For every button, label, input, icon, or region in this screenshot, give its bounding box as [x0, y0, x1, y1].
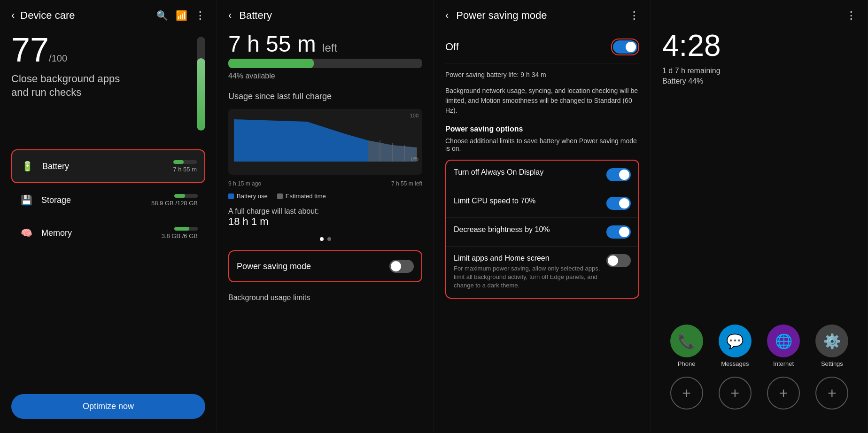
storage-bar-fill	[174, 194, 185, 198]
ps-aod-toggle[interactable]	[606, 168, 631, 181]
power-off-toggle-wrapper[interactable]	[611, 39, 639, 55]
phone-app-icon: 📞	[670, 325, 703, 357]
add-app-4[interactable]: +	[815, 377, 848, 410]
chart-legend: Battery use Estimated time	[228, 193, 422, 200]
score-denom: /100	[49, 53, 67, 63]
chart-x-right: 7 h 55 m left	[391, 180, 422, 187]
device-care-panel: ‹ Device care 🔍 📶 ⋮ 77/100 Close backgro…	[0, 0, 217, 433]
ps-homescreen-toggle[interactable]	[606, 254, 631, 267]
more-icon[interactable]: ⋮	[195, 9, 205, 22]
back-icon[interactable]: ‹	[11, 9, 15, 22]
power-saving-header: ‹ Power saving mode ⋮	[445, 9, 639, 22]
power-saving-panel: ‹ Power saving mode ⋮ Off Power saving b…	[434, 0, 651, 433]
battery-time-display: 7 h 55 m left	[228, 31, 422, 57]
power-saving-toggle[interactable]	[389, 260, 414, 273]
settings-app[interactable]: ⚙️ Settings	[815, 325, 848, 367]
battery-list-icon: 🔋	[20, 159, 35, 174]
optimize-button[interactable]: Optimize now	[11, 394, 205, 419]
memory-list-item[interactable]: 🧠 Memory 3.8 GB /6 GB	[11, 217, 205, 249]
ps-cpu-label: Limit CPU speed to 70%	[454, 197, 601, 205]
chart-svg	[234, 115, 417, 162]
add-app-row: + + + +	[662, 377, 856, 410]
memory-value: 3.8 GB /6 GB	[162, 232, 198, 240]
dot-2	[327, 237, 331, 241]
storage-bar	[174, 194, 198, 198]
add-app-2[interactable]: +	[719, 377, 752, 410]
search-icon[interactable]: 🔍	[156, 10, 168, 21]
full-charge-title: A full charge will last about:	[228, 207, 422, 216]
phone-app-label: Phone	[678, 360, 696, 367]
battery-progress-bar	[228, 59, 422, 68]
storage-list-item[interactable]: 💾 Storage 58.9 GB /128 GB	[11, 184, 205, 216]
score-description: Close background appsand run checks	[11, 72, 189, 99]
lock-screen-apps: 📞 Phone 💬 Messages 🌐 Internet ⚙️ Setting…	[662, 325, 856, 424]
internet-app[interactable]: 🌐 Internet	[767, 325, 800, 367]
estimated-time-dot	[277, 193, 283, 199]
legend-estimated-label: Estimated time	[286, 193, 326, 200]
lock-screen-time: 4:28	[662, 28, 856, 63]
battery-chart: 100 0%	[228, 109, 422, 175]
internet-app-label: Internet	[773, 360, 794, 367]
ps-cpu-toggle[interactable]	[606, 197, 631, 210]
ps-homescreen-desc: For maximum power saving, allow only sel…	[454, 264, 601, 290]
battery-back-icon[interactable]: ‹	[228, 9, 232, 22]
device-care-header: ‹ Device care 🔍 📶 ⋮	[11, 9, 205, 22]
power-off-row: Off	[445, 31, 639, 63]
power-off-label: Off	[445, 41, 459, 53]
ps-option-brightness[interactable]: Decrease brightness by 10%	[446, 218, 638, 247]
storage-list-label: Storage	[41, 195, 151, 205]
storage-value: 58.9 GB /128 GB	[151, 200, 198, 207]
score-number: 77	[11, 31, 49, 69]
ps-brightness-toggle[interactable]	[606, 225, 631, 239]
messages-app[interactable]: 💬 Messages	[719, 325, 752, 367]
ps-option-aod[interactable]: Turn off Always On Display	[446, 161, 638, 189]
battery-bar	[173, 160, 197, 164]
battery-value: 7 h 55 m	[173, 166, 197, 173]
usage-section-title: Usage since last full charge	[228, 92, 422, 101]
ps-option-homescreen[interactable]: Limit apps and Home screen For maximum p…	[446, 247, 638, 298]
device-care-list: 🔋 Battery 7 h 55 m 💾 Storage 58.9 GB /12…	[11, 149, 205, 249]
power-saving-row[interactable]: Power saving mode	[228, 250, 422, 282]
messages-app-label: Messages	[721, 360, 749, 367]
messages-app-icon: 💬	[719, 325, 752, 357]
ps-options-title: Power saving options	[445, 125, 639, 133]
gauge-fill	[197, 58, 205, 131]
legend-battery-label: Battery use	[237, 193, 268, 200]
toggle-knob	[391, 261, 401, 271]
ps-homescreen-label: Limit apps and Home screen	[454, 254, 601, 263]
phone-app[interactable]: 📞 Phone	[670, 325, 703, 367]
lock-screen-panel: ⋮ 4:28 1 d 7 h remaining Battery 44% 📞 P…	[651, 0, 868, 433]
power-off-toggle[interactable]	[613, 40, 637, 54]
app-row: 📞 Phone 💬 Messages 🌐 Internet ⚙️ Setting…	[662, 325, 856, 367]
settings-app-label: Settings	[821, 360, 843, 367]
battery-list-item[interactable]: 🔋 Battery 7 h 55 m	[11, 149, 205, 183]
add-app-3[interactable]: +	[767, 377, 800, 410]
lock-screen-more-icon[interactable]: ⋮	[846, 9, 856, 22]
full-charge-value: 18 h 1 m	[228, 216, 422, 228]
battery-hours-minutes: 7 h 55 m	[228, 31, 322, 56]
power-saving-back-icon[interactable]: ‹	[445, 9, 449, 22]
power-saving-more-icon[interactable]: ⋮	[629, 9, 639, 22]
chart-x-left: 9 h 15 m ago	[228, 180, 261, 187]
ps-option-cpu[interactable]: Limit CPU speed to 70%	[446, 189, 638, 218]
ps-aod-label: Turn off Always On Display	[454, 168, 601, 177]
bg-usage-label[interactable]: Background usage limits	[228, 290, 422, 306]
memory-bar	[174, 227, 198, 231]
ps-choose-text: Choose additional limits to save battery…	[445, 137, 639, 152]
lock-screen-remaining: 1 d 7 h remaining	[662, 67, 856, 75]
power-saving-description: Background network usage, syncing, and l…	[445, 86, 639, 116]
battery-bar-fill	[173, 160, 184, 164]
battery-available-text: 44% available	[228, 72, 422, 80]
battery-panel: ‹ Battery 7 h 55 m left 44% available Us…	[217, 0, 434, 433]
score-row: 77/100 Close background appsand run chec…	[11, 33, 205, 131]
power-off-knob	[626, 42, 636, 52]
dot-1	[320, 237, 324, 241]
memory-bar-fill	[174, 227, 189, 231]
memory-list-label: Memory	[41, 228, 162, 238]
battery-list-label: Battery	[42, 162, 173, 171]
add-app-1[interactable]: +	[670, 377, 703, 410]
storage-list-icon: 💾	[19, 193, 34, 208]
battery-progress-fill	[228, 59, 314, 68]
chart-y-top: 100	[410, 113, 418, 118]
memory-list-icon: 🧠	[19, 225, 34, 240]
